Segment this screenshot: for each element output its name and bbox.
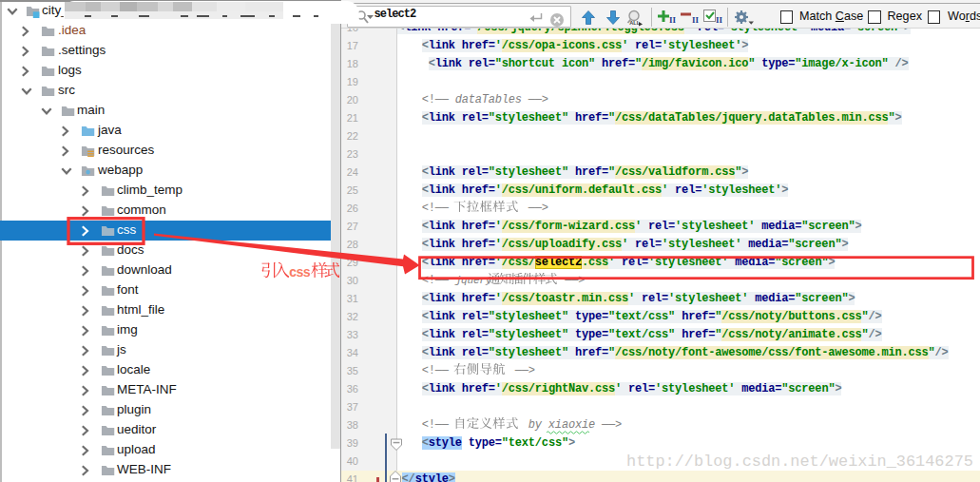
svg-text:II: II	[669, 15, 676, 24]
svg-text:II: II	[716, 15, 722, 24]
svg-text:II: II	[692, 15, 699, 24]
